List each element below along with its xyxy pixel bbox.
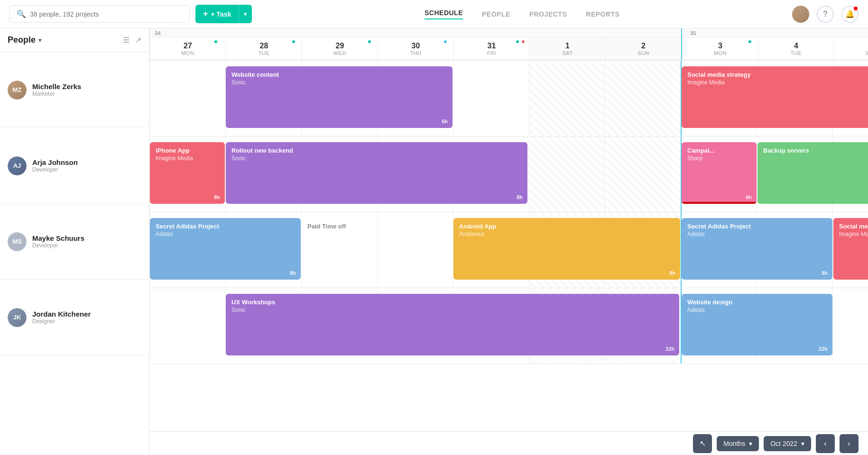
day-name-tue1: TUE — [259, 50, 270, 56]
task-project: Adidas — [687, 307, 827, 314]
person-info-mayke: Mayke Schuurs Developer — [32, 234, 84, 249]
day-30thu[interactable]: 30 THU — [378, 37, 453, 60]
search-icon: 🔍 — [17, 9, 26, 18]
day-27mon[interactable]: 27 MON — [150, 37, 226, 60]
task-title: Website content — [231, 71, 447, 79]
dot-30thu — [444, 40, 447, 43]
task-website-design-jordan[interactable]: Website design Adidas 22h — [682, 294, 832, 355]
add-task-button[interactable]: + + Task — [195, 5, 239, 23]
week-35-oct-group: OCT 35 3 MON 4 TUE 5 WED — [681, 28, 868, 60]
task-project: Adidas — [687, 231, 827, 238]
task-project: Sonic — [231, 79, 447, 87]
task-paid-time-off[interactable]: Paid Time off — [302, 218, 452, 280]
months-label: Months — [723, 440, 745, 447]
task-social-media-strategy-michelle[interactable]: Social media strategy Imagine Media 6h — [682, 66, 868, 128]
dot-3mon — [748, 40, 751, 43]
task-title: Campai... — [687, 147, 751, 155]
person-info-arja: Arja Johnson Developer — [32, 158, 78, 173]
task-project: Imagine Media — [687, 79, 868, 87]
task-title: Paid Time off — [307, 223, 447, 231]
day-name-fri1: FRI — [487, 50, 496, 56]
dot-27mon — [214, 40, 217, 43]
cell-1sat — [529, 61, 605, 136]
month-selector[interactable]: Months ▾ — [717, 436, 759, 451]
task-hours: 22h — [819, 346, 828, 352]
person-role-jordan: Designer — [32, 318, 91, 325]
michelle-task-area: Website content Sonic 6h Social media st… — [149, 61, 868, 136]
calendar-area[interactable]: 34 27 MON 28 TUE 29 WED — [149, 28, 868, 455]
task-rollout-backend-arja[interactable]: Rollout new backend Sonic 8h — [226, 142, 527, 204]
cell-2sun — [605, 61, 681, 136]
date-selector[interactable]: Oct 2022 ▾ — [764, 436, 811, 451]
day-29wed[interactable]: 29 WED — [302, 37, 378, 60]
task-title: Backup servers — [763, 147, 868, 155]
search-input[interactable] — [30, 10, 183, 18]
person-name-mayke: Mayke Schuurs — [32, 234, 84, 242]
cursor-icon: ↖ — [700, 439, 706, 448]
task-iphone-app-arja[interactable]: iPhone App Imagine Media 8h — [150, 142, 225, 204]
task-project: Sonic — [231, 307, 674, 314]
task-website-content-sonic[interactable]: Website content Sonic 6h — [226, 66, 452, 128]
day-num-1: 1 — [565, 42, 570, 50]
task-backup-servers-arja[interactable]: Backup servers ↗ 16h — [757, 142, 868, 204]
cursor-button[interactable]: ↖ — [693, 434, 712, 453]
schedule-row-mayke: Secret Adidas Project Adidas 8h Paid Tim… — [149, 212, 868, 288]
person-info-jordan: Jordan Kitchener Designer — [32, 310, 91, 325]
person-name-michelle: Michelle Zerks — [32, 82, 81, 91]
day-name-sun1: SUN — [637, 50, 649, 56]
search-box[interactable]: 🔍 — [9, 5, 190, 23]
calendar-rows: Website content Sonic 6h Social media st… — [149, 61, 868, 364]
export-icon[interactable]: ↗ — [135, 36, 141, 45]
day-3mon[interactable]: 3 MON — [682, 37, 758, 60]
day-2sun[interactable]: 2 SUN — [605, 37, 681, 60]
nav-projects[interactable]: PROJECTS — [529, 10, 567, 18]
task-secret-adidas-mayke2[interactable]: Secret Adidas Project Adidas 8h — [682, 218, 832, 280]
person-name-arja: Arja Johnson — [32, 158, 78, 166]
day-28tue[interactable]: 28 TUE — [226, 37, 302, 60]
person-role-arja: Developer — [32, 166, 78, 173]
day-name-mon2: MON — [714, 50, 727, 56]
task-social-media-mayke[interactable]: Social media strategy Imagine Media — [833, 218, 868, 280]
day-4tue[interactable]: 4 TUE — [758, 37, 834, 60]
task-hours: 8h — [746, 194, 752, 200]
prev-button[interactable]: ‹ — [816, 434, 835, 453]
list-icon[interactable]: ☰ — [123, 36, 129, 45]
next-button[interactable]: › — [840, 434, 859, 453]
arja-task-area: iPhone App Imagine Media 8h Rollout new … — [149, 136, 868, 212]
task-hours: 8h — [290, 270, 296, 276]
user-avatar[interactable] — [792, 6, 809, 23]
task-title: Rollout new backend — [231, 147, 522, 155]
day-1sat[interactable]: 1 SAT — [529, 37, 605, 60]
help-button[interactable]: ? — [817, 6, 834, 23]
date-chevron: ▾ — [801, 440, 804, 447]
dot-31fri-g — [516, 40, 519, 43]
chevron-down-icon: ▾ — [38, 37, 41, 44]
dot-31fri-r — [522, 40, 525, 43]
day-num-2: 2 — [641, 42, 646, 50]
day-num-27: 27 — [184, 42, 192, 50]
day-31fri[interactable]: 31 FRI — [453, 37, 529, 60]
nav-people[interactable]: PEOPLE — [482, 10, 510, 18]
nav-schedule[interactable]: SCHEDULE — [425, 9, 463, 19]
task-ux-workshops-jordan[interactable]: UX Workshops Sonic 32h — [226, 294, 679, 355]
day-5wed[interactable]: 5 WED — [834, 37, 868, 60]
task-campaign-arja[interactable]: Campai... Sharp 8h — [682, 142, 757, 204]
top-nav: 🔍 + + Task ▾ SCHEDULE PEOPLE PROJECTS RE… — [0, 0, 868, 28]
notification-button[interactable]: 🔔 — [841, 6, 859, 23]
task-project: Ambience — [459, 231, 674, 238]
plus-icon: + — [203, 9, 208, 19]
task-secret-adidas-mayke[interactable]: Secret Adidas Project Adidas 8h — [150, 218, 301, 280]
task-android-app-mayke[interactable]: Android App Ambience 8h — [453, 218, 680, 280]
cell-27 — [149, 61, 225, 136]
person-row-mayke: MS Mayke Schuurs Developer — [0, 204, 149, 280]
add-task-dropdown-button[interactable]: ▾ — [239, 5, 252, 23]
task-hours: 8h — [214, 194, 220, 200]
schedule-row-arja: iPhone App Imagine Media 8h Rollout new … — [149, 136, 868, 212]
day-num-29: 29 — [336, 42, 344, 50]
nav-reports[interactable]: REPORTS — [586, 10, 619, 18]
oct-label: OCT — [682, 28, 868, 37]
day-num-31: 31 — [488, 42, 496, 50]
week-34-label: 34 — [150, 28, 681, 37]
people-filter-dropdown[interactable]: People ▾ — [8, 35, 41, 45]
dot-29wed — [368, 40, 371, 43]
